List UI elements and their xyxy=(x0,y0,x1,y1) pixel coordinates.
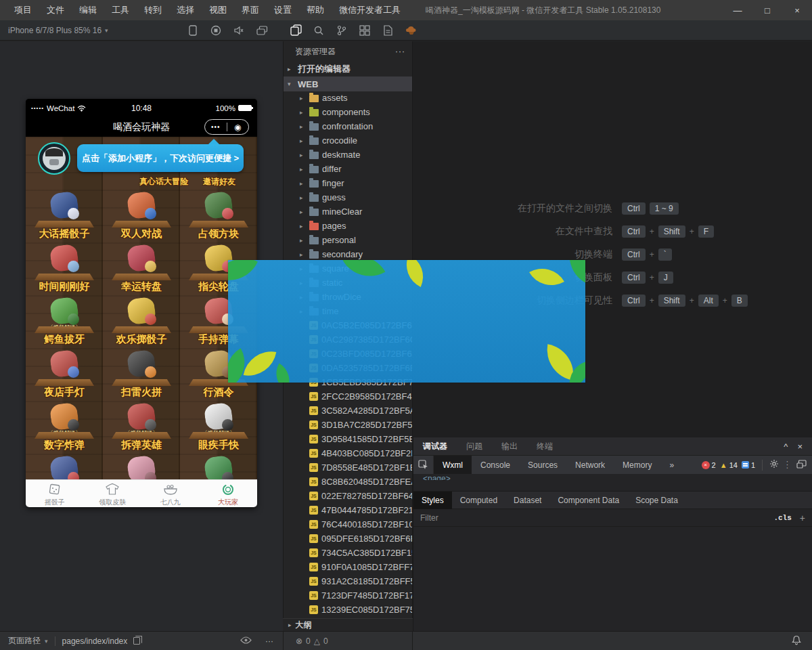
mute-icon[interactable] xyxy=(227,20,250,41)
game-item[interactable]: 时间刚刚好 xyxy=(26,244,103,297)
search-icon[interactable] xyxy=(307,20,330,41)
avatar[interactable] xyxy=(38,142,70,175)
tab-styles[interactable]: Styles xyxy=(413,492,452,509)
game-item[interactable]: 〔视频解锁〕拆弹英雄 xyxy=(103,402,180,455)
record-icon[interactable] xyxy=(204,20,227,41)
tab-output[interactable]: 输出 xyxy=(492,441,527,452)
inspect-element-icon[interactable] xyxy=(413,456,434,474)
tab-debugger[interactable]: 调试器 xyxy=(413,441,457,452)
menu-select[interactable]: 选择 xyxy=(169,4,202,16)
page-path-label[interactable]: 页面路径 xyxy=(8,635,41,647)
element-tree-snippet[interactable]: <page> xyxy=(413,474,812,480)
tree-file[interactable]: JS095DFE6185D172BF6F... xyxy=(284,532,412,546)
eye-icon[interactable] xyxy=(240,636,252,646)
game-item[interactable]: 扫雷火拼 xyxy=(103,349,180,402)
tree-file[interactable]: JS931A2C8185D172BFF5... xyxy=(284,574,412,588)
tree-folder[interactable]: ▸guess xyxy=(284,190,412,204)
tree-file[interactable]: JS13239EC085D172BF75... xyxy=(284,603,412,617)
exit-target-icon[interactable]: ◉ xyxy=(227,123,249,132)
tab-scope-data[interactable]: Scope Data xyxy=(627,492,686,509)
tree-file[interactable]: JS7D8558E485D172BF1B... xyxy=(284,460,412,475)
game-item[interactable]: 大话摇骰子 xyxy=(26,191,103,244)
invite-friends-link[interactable]: 邀请好友 xyxy=(203,176,235,188)
game-item-partial[interactable] xyxy=(103,455,180,479)
warning-triangle-icon[interactable]: △ xyxy=(314,636,320,646)
add-miniprogram-tooltip[interactable]: 点击「添加小程序」，下次访问更便捷 > xyxy=(77,144,244,172)
root-folder-web[interactable]: ▾ WEB xyxy=(284,77,412,91)
tab-skins[interactable]: 领取皮肤 xyxy=(84,480,142,507)
tree-file[interactable]: JS76C4400185D172BF10... xyxy=(284,517,412,532)
game-item[interactable]: 〔视频解锁〕鳄鱼拔牙 xyxy=(26,297,103,349)
game-item[interactable]: 双人对战 xyxy=(103,191,180,244)
tab-big-player[interactable]: 大玩家 xyxy=(200,480,258,507)
truth-or-dare-link[interactable]: 真心话大冒险 xyxy=(139,176,188,188)
tab-sources[interactable]: Sources xyxy=(519,456,566,474)
tree-file[interactable]: JS734C5AC385D172BF15... xyxy=(284,546,412,560)
layout-grid-icon[interactable] xyxy=(353,20,376,41)
phone-rotate-icon[interactable] xyxy=(181,20,204,41)
close-panel-icon[interactable]: × xyxy=(797,441,803,452)
devtools-settings-gear-icon[interactable] xyxy=(769,459,779,471)
open-editors-section[interactable]: ▸ 打开的编辑器 xyxy=(284,62,412,77)
tab-computed[interactable]: Computed xyxy=(452,492,505,509)
tree-folder[interactable]: ▸finger xyxy=(284,176,412,190)
file-doc-icon[interactable] xyxy=(376,20,399,41)
game-item[interactable]: 占领方块 xyxy=(180,191,257,244)
tab-dataset[interactable]: Dataset xyxy=(505,492,549,509)
tree-folder[interactable]: ▸assets xyxy=(284,91,412,105)
game-item[interactable]: 〔视频解锁〕数字炸弹 xyxy=(26,402,103,455)
tree-file[interactable]: JS3D95841585D172BF5B... xyxy=(284,432,412,446)
miniprogram-capsule[interactable]: ••• ◉ xyxy=(204,119,249,135)
tree-folder[interactable]: ▸deskmate xyxy=(284,148,412,162)
more-menu-icon[interactable]: ••• xyxy=(205,123,227,131)
info-count-badge[interactable]: 1 xyxy=(742,461,755,469)
tree-folder[interactable]: ▸differ xyxy=(284,162,412,176)
tree-file[interactable]: JS47B0444785D172BF21... xyxy=(284,503,412,517)
chevron-down-icon[interactable]: ▾ xyxy=(45,638,48,645)
error-count-badge[interactable]: ×2 xyxy=(702,461,716,469)
tree-file[interactable]: JS8C8B620485D172BFEA... xyxy=(284,475,412,489)
outline-section[interactable]: ▸ 大纲 xyxy=(283,618,413,631)
tree-file[interactable]: JS7123DF7485D172BF17... xyxy=(284,588,412,603)
tree-folder[interactable]: ▸pages xyxy=(284,219,412,233)
windows-icon[interactable] xyxy=(250,20,273,41)
menu-goto[interactable]: 转到 xyxy=(137,4,169,16)
cls-toggle[interactable]: .cls xyxy=(773,514,791,522)
menu-file[interactable]: 文件 xyxy=(39,4,72,16)
tree-folder[interactable]: ▸mineClear xyxy=(284,204,412,219)
undock-icon[interactable] xyxy=(796,460,807,471)
tab-789[interactable]: 七八九 xyxy=(141,480,200,507)
more-tabs-icon[interactable]: » xyxy=(660,456,683,474)
copy-path-icon[interactable] xyxy=(133,637,140,645)
more-options-icon[interactable]: ··· xyxy=(265,636,273,646)
tree-file[interactable]: JS3C582A4285D172BF5A... xyxy=(284,404,412,418)
tree-folder[interactable]: ▸confrontation xyxy=(284,119,412,133)
game-item[interactable]: 〔视频解锁〕眼疾手快 xyxy=(180,402,257,455)
tree-folder[interactable]: ▸components xyxy=(284,105,412,119)
explorer-toggle-icon[interactable] xyxy=(284,20,307,41)
tab-dice[interactable]: 摇骰子 xyxy=(26,480,84,507)
collapse-panel-icon[interactable]: ^ xyxy=(784,441,788,452)
menu-settings[interactable]: 设置 xyxy=(267,4,299,16)
add-style-icon[interactable]: + xyxy=(800,513,805,523)
tab-terminal[interactable]: 终端 xyxy=(527,441,562,452)
tree-folder[interactable]: ▸crocodile xyxy=(284,133,412,148)
maximize-icon[interactable]: □ xyxy=(752,5,782,16)
device-selector[interactable]: iPhone 6/7/8 Plus 85% 16 ▾ xyxy=(8,26,108,35)
menu-interface[interactable]: 界面 xyxy=(234,4,267,16)
warning-count-badge[interactable]: ▲14 xyxy=(720,461,738,469)
menu-tools[interactable]: 工具 xyxy=(104,4,137,16)
tree-folder[interactable]: ▸personal xyxy=(284,233,412,247)
minimize-icon[interactable]: — xyxy=(723,5,752,16)
git-branch-icon[interactable] xyxy=(330,20,353,41)
game-item-partial[interactable] xyxy=(180,455,257,479)
menu-edit[interactable]: 编辑 xyxy=(72,4,104,16)
devtools-menu-icon[interactable]: ··· xyxy=(784,460,792,470)
tab-console[interactable]: Console xyxy=(472,456,519,474)
menu-help[interactable]: 帮助 xyxy=(299,4,332,16)
game-item[interactable]: 幸运转盘 xyxy=(103,244,180,297)
tab-problems[interactable]: 问题 xyxy=(457,441,492,452)
notifications-bell-icon[interactable] xyxy=(792,635,801,647)
tree-file[interactable]: JS910F0A1085D172BFF7... xyxy=(284,560,412,574)
tree-file[interactable]: JS3D1BA7C285D172BF5B... xyxy=(284,418,412,432)
